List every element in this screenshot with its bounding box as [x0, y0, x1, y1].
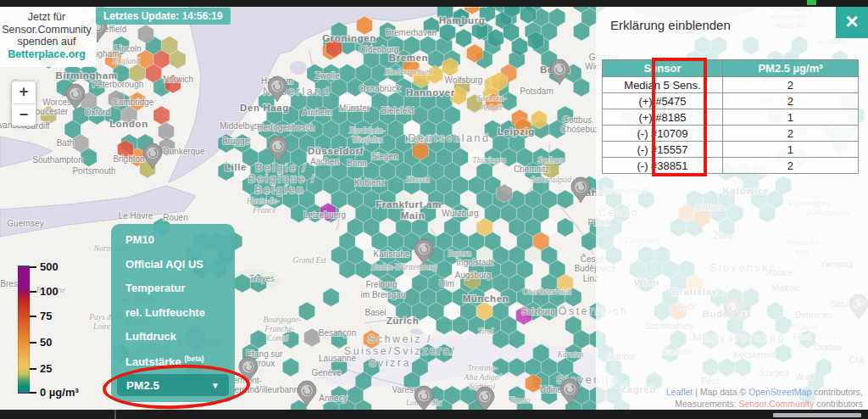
svg-text:Arnhem: Arnhem: [302, 108, 331, 117]
svg-text:Karlsruhe: Karlsruhe: [374, 249, 410, 259]
legend-tick: [30, 316, 36, 317]
color-scale-legend: [18, 265, 30, 394]
table-cell: 2: [722, 77, 858, 93]
svg-text:Lille: Lille: [225, 162, 247, 172]
layer-menu-item[interactable]: Luftdruck: [111, 330, 235, 343]
zoom-in-button[interactable]: +: [12, 81, 36, 103]
svg-text:Hessen: Hessen: [405, 176, 430, 184]
sensor-cluster-pin[interactable]: [550, 59, 569, 85]
sensor-cluster-pin[interactable]: [415, 386, 433, 411]
layer-menu-item[interactable]: rel. Luftfeuchte: [111, 306, 235, 319]
last-update-badge: Letztes Update: 14:56:19: [96, 8, 231, 25]
donation-line1: Jetzt für: [0, 11, 93, 24]
svg-text:Bielefeld: Bielefeld: [381, 106, 414, 115]
table-header: PM2.5 µg/m³: [722, 60, 858, 77]
layer-menu-item[interactable]: Official AQI US: [111, 258, 235, 271]
svg-text:Hamburg: Hamburg: [439, 15, 486, 25]
svg-text:Osnabrück: Osnabrück: [359, 84, 401, 93]
svg-text:France: France: [252, 206, 275, 215]
svg-text:Belgique /: Belgique /: [248, 173, 317, 185]
svg-text:Peterborough: Peterborough: [92, 80, 144, 89]
top-window-bar: [0, 0, 868, 7]
svg-text:Severozápad: Severozápad: [531, 176, 571, 184]
svg-text:Düsseldorf: Düsseldorf: [308, 146, 364, 156]
svg-text:Grand Est: Grand Est: [292, 256, 326, 265]
legend-tick: [30, 342, 36, 344]
svg-text:Svizra: Svizra: [369, 357, 411, 369]
svg-text:London: London: [109, 119, 148, 129]
table-row: (+) #81851: [603, 109, 859, 126]
legend-tick-label: 100: [40, 285, 58, 298]
osm-link[interactable]: OpenStreetMap: [748, 387, 811, 397]
svg-text:Annecy: Annecy: [319, 394, 347, 403]
map-attribution: Leaflet | Map data © OpenStreetMap contr…: [666, 387, 863, 410]
svg-text:Salzburg: Salzburg: [521, 307, 554, 316]
svg-text:Tirol: Tirol: [478, 327, 493, 336]
svg-text:Zwolle: Zwolle: [315, 71, 340, 81]
table-row: Median 5 Sens.2: [603, 77, 859, 93]
betterplace-link[interactable]: Betterplace.org: [0, 48, 93, 61]
zoom-out-button[interactable]: −: [12, 103, 36, 126]
svg-text:Bourgogne-: Bourgogne-: [263, 316, 301, 324]
svg-text:Belgie /: Belgie /: [255, 162, 308, 174]
svg-text:Bayern: Bayern: [448, 249, 471, 258]
legend-tick: [30, 266, 36, 268]
svg-text:England: England: [112, 57, 140, 65]
sensor-table-head: SensorPM2.5 µg/m³: [603, 60, 859, 77]
svg-text:Wolfsburg: Wolfsburg: [445, 75, 483, 85]
svg-text:Le Havre: Le Havre: [119, 211, 153, 221]
close-button[interactable]: ×: [836, 6, 868, 38]
table-cell: 1: [722, 109, 858, 126]
sensor-info-panel: Erklärung einblenden SensorPM2.5 µg/m³ M…: [596, 7, 868, 410]
svg-text:Frankfurt am: Frankfurt am: [376, 199, 442, 210]
legend-tick-label: 25: [40, 362, 52, 375]
svg-text:Deutschland: Deutschland: [409, 132, 491, 144]
svg-text:Potsdam: Potsdam: [520, 87, 553, 96]
donation-line2: Sensor.Community: [0, 24, 93, 36]
layer-menu-item[interactable]: PM10: [111, 233, 235, 246]
sensor-community-link[interactable]: Sensor.Community: [739, 399, 815, 409]
svg-text:Ulm: Ulm: [439, 279, 454, 288]
svg-text:Loire: Loire: [92, 322, 110, 331]
svg-text:Trentino-: Trentino-: [467, 364, 497, 372]
svg-text:Schweiz /: Schweiz /: [368, 333, 432, 345]
beta-badge: (beta): [184, 355, 203, 363]
svg-text:Comté: Comté: [267, 334, 289, 343]
svg-text:Udine: Udine: [540, 385, 563, 394]
app-window: LeedsSheffieldLincolnNottinghamLiverpool…: [0, 0, 868, 419]
svg-text:Villeurbanne: Villeurbanne: [256, 385, 303, 394]
svg-text:Sachsen-: Sachsen-: [477, 94, 506, 103]
legend-tick: [30, 392, 36, 394]
bottom-bar-divider: [114, 410, 116, 419]
svg-text:Sachsen: Sachsen: [537, 156, 564, 165]
legend-tick-label: 0 µg/m³: [40, 386, 79, 399]
attribution-contrib: contributors,: [811, 387, 863, 397]
svg-text:Troyes: Troyes: [249, 274, 275, 283]
svg-text:Münster: Münster: [339, 103, 370, 113]
svg-text:Hauts-de-: Hauts-de-: [246, 197, 279, 205]
attribution-suffix: contributors: [814, 399, 863, 409]
legend-tick-label: 50: [40, 335, 52, 348]
sensor-cluster-pin[interactable]: [571, 177, 590, 203]
svg-text:Siegen: Siegen: [371, 152, 398, 161]
svg-text:Zürich: Zürich: [387, 316, 420, 326]
svg-text:Oxford: Oxford: [85, 108, 110, 117]
svg-text:Dunkerque: Dunkerque: [164, 147, 205, 156]
legend-tick-label: 500: [40, 260, 58, 272]
window-notch: [807, 0, 816, 5]
svg-text:Chemnitz: Chemnitz: [514, 165, 549, 174]
explanation-toggle[interactable]: Erklärung einblenden: [610, 18, 731, 32]
svg-text:Ingolstadt: Ingolstadt: [456, 258, 493, 267]
leaflet-link[interactable]: Leaflet: [666, 387, 693, 397]
layer-menu-items: PM10Official AQI USTemperaturrel. Luftfe…: [111, 233, 235, 368]
annotation-rect: [652, 58, 707, 176]
svg-text:Groningen: Groningen: [322, 33, 376, 43]
svg-text:Den Haag: Den Haag: [240, 103, 289, 113]
svg-text:Kärnten: Kärnten: [556, 350, 583, 359]
table-cell: 1: [722, 142, 858, 158]
svg-text:Würzburg: Würzburg: [442, 209, 478, 218]
layer-menu-item[interactable]: Temperatur: [111, 282, 235, 294]
svg-text:Oberösterreich: Oberösterreich: [522, 288, 571, 296]
svg-text:Bonn: Bonn: [347, 159, 366, 168]
svg-text:Letzebuerg: Letzebuerg: [303, 210, 346, 220]
